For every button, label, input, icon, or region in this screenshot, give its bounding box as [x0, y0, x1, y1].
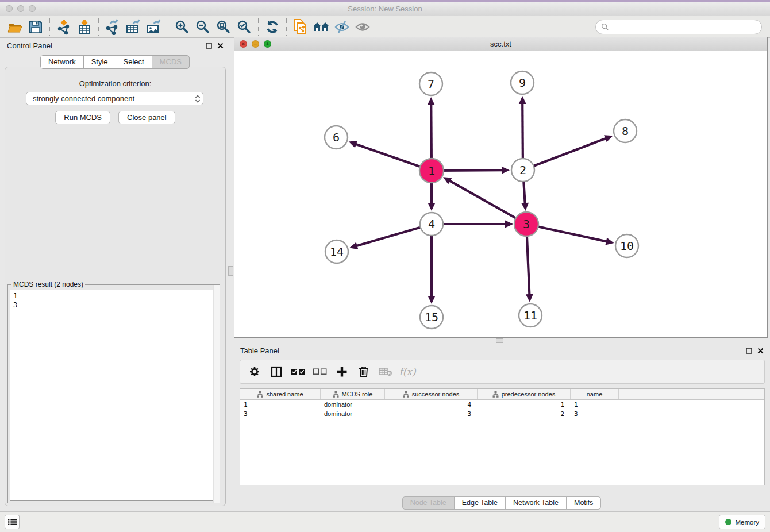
graph-node-8[interactable]: 8 — [614, 119, 637, 142]
create-column-button[interactable] — [332, 363, 352, 381]
graph-edge-4-3[interactable] — [432, 221, 513, 228]
duplicate-network-button[interactable] — [290, 18, 311, 36]
graph-node-10[interactable]: 10 — [615, 234, 638, 257]
tab-select[interactable]: Select — [116, 55, 152, 69]
close-panel-icon[interactable] — [757, 348, 764, 354]
duplicate-network-icon — [293, 18, 308, 36]
table-row[interactable]: 1dominator411 — [240, 400, 764, 409]
float-panel-icon[interactable] — [746, 348, 752, 354]
function-builder-button[interactable]: f(x) — [398, 363, 417, 381]
import-table-button[interactable] — [74, 18, 95, 36]
network-window-title-bar[interactable]: × − + scc.txt — [234, 37, 767, 51]
tab-network[interactable]: Network — [40, 55, 84, 69]
save-session-button[interactable] — [25, 18, 46, 36]
graph-edge-4-14[interactable] — [349, 224, 432, 249]
tab-mcds[interactable]: MCDS — [152, 55, 190, 69]
search-icon — [601, 23, 609, 30]
close-panel-icon[interactable] — [217, 43, 224, 49]
graph-edge-3-1[interactable] — [443, 177, 526, 224]
tab-edge-table[interactable]: Edge Table — [454, 496, 506, 510]
show-all-button[interactable] — [352, 18, 373, 36]
graph-edge-3-10[interactable] — [526, 224, 614, 245]
delete-table-button[interactable] — [376, 363, 395, 381]
tab-network-table[interactable]: Network Table — [505, 496, 567, 510]
zoom-fit-button[interactable] — [213, 18, 234, 36]
graph-node-2[interactable]: 2 — [511, 159, 534, 182]
graph-edge-1-6[interactable] — [349, 141, 432, 171]
column-header-name[interactable]: name — [571, 389, 619, 399]
import-table-icon — [77, 19, 92, 35]
criterion-dropdown[interactable]: strongly connected component — [26, 92, 203, 105]
column-header-successor-nodes[interactable]: successor nodes — [385, 389, 478, 399]
graph-node-9[interactable]: 9 — [511, 71, 534, 94]
mcds-result-title: MCDS result (2 nodes) — [11, 280, 85, 288]
table-settings-button[interactable] — [245, 363, 264, 381]
search-input[interactable] — [609, 23, 756, 31]
task-history-button[interactable] — [5, 515, 20, 529]
select-all-columns-button[interactable] — [288, 363, 308, 381]
export-table-button[interactable] — [123, 18, 144, 36]
graph-node-3[interactable]: 3 — [514, 212, 538, 236]
column-type-icon — [257, 391, 263, 398]
tab-motifs[interactable]: Motifs — [566, 496, 601, 510]
export-network-button[interactable] — [102, 18, 123, 36]
svg-text:9: 9 — [519, 76, 526, 90]
show-column-button[interactable] — [267, 363, 286, 381]
zoom-in-button[interactable] — [172, 18, 192, 36]
network-window-title: scc.txt — [234, 40, 767, 48]
mcds-result-text[interactable]: 1 3 — [10, 290, 218, 501]
plus-icon — [336, 366, 348, 377]
vertical-splitter-grip[interactable] — [228, 266, 233, 276]
result-scrollbar[interactable] — [213, 285, 220, 503]
import-network-button[interactable] — [53, 18, 74, 36]
graph-node-7[interactable]: 7 — [419, 72, 442, 95]
graph-node-15[interactable]: 15 — [420, 306, 443, 329]
column-header-predecessor-nodes[interactable]: predecessor nodes — [478, 389, 571, 399]
zoom-selected-button[interactable] — [234, 18, 255, 36]
zoom-fit-icon — [216, 20, 231, 34]
hide-selected-button[interactable] — [332, 18, 352, 36]
unselect-all-columns-button[interactable] — [310, 363, 330, 381]
open-file-button[interactable] — [5, 18, 25, 36]
svg-text:15: 15 — [425, 310, 438, 324]
graph-node-11[interactable]: 11 — [519, 304, 542, 327]
memory-label: Memory — [735, 519, 759, 526]
tab-style[interactable]: Style — [83, 55, 116, 69]
zoom-out-button[interactable] — [192, 18, 213, 36]
dropdown-stepper-icon — [195, 94, 201, 103]
graph-node-14[interactable]: 14 — [325, 240, 348, 263]
tab-node-table[interactable]: Node Table — [402, 496, 455, 510]
network-canvas[interactable]: 1234678910111415 — [234, 51, 767, 337]
graph-edge-2-8[interactable] — [523, 135, 613, 170]
graph-node-4[interactable]: 4 — [420, 213, 443, 236]
graph-node-1[interactable]: 1 — [419, 159, 444, 183]
close-panel-button[interactable]: Close panel — [118, 111, 175, 124]
main-toolbar — [0, 16, 770, 38]
memory-button[interactable]: Memory — [719, 515, 765, 529]
column-header-shared-name[interactable]: shared name — [240, 389, 321, 399]
export-network-icon — [105, 19, 121, 35]
float-panel-icon[interactable] — [206, 43, 212, 49]
svg-text:8: 8 — [622, 124, 629, 138]
network-graph[interactable]: 1234678910111415 — [234, 51, 767, 338]
table-cell: 4 — [385, 401, 478, 408]
toolbar-separator — [286, 18, 287, 36]
main-title-bar: Session: New Session — [0, 2, 770, 16]
first-neighbors-button[interactable] — [311, 18, 332, 36]
toolbar-separator — [49, 18, 50, 36]
delete-column-button[interactable] — [354, 363, 374, 381]
svg-text:7: 7 — [428, 77, 434, 91]
refresh-button[interactable] — [262, 18, 283, 36]
run-mcds-button[interactable]: Run MCDS — [55, 111, 110, 124]
columns-icon — [271, 366, 282, 377]
export-table-icon — [125, 19, 141, 35]
node-table: shared name MCDS role successor nodes pr… — [240, 388, 765, 485]
graph-node-6[interactable]: 6 — [325, 126, 348, 149]
table-cell: 1 — [478, 401, 571, 408]
horizontal-splitter-grip[interactable] — [496, 338, 503, 343]
table-row[interactable]: 3dominator323 — [240, 409, 764, 418]
export-image-button[interactable] — [144, 18, 164, 36]
column-header-mcds-role[interactable]: MCDS role — [321, 389, 385, 399]
svg-text:3: 3 — [523, 217, 530, 231]
table-cell: 1 — [240, 401, 321, 408]
